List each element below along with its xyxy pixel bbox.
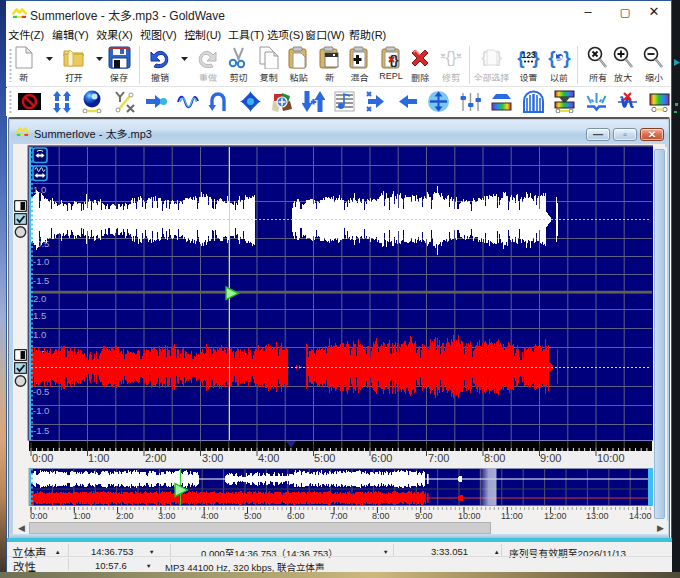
svg-text:13:00: 13:00 — [586, 511, 609, 521]
svg-text:3:00: 3:00 — [202, 452, 223, 464]
svg-text:1.0: 1.0 — [33, 329, 46, 340]
svg-text:10:00: 10:00 — [597, 452, 625, 464]
svg-text:7:00: 7:00 — [428, 452, 449, 464]
svg-text:2:00: 2:00 — [145, 452, 166, 464]
svg-text:11:00: 11:00 — [501, 511, 523, 521]
svg-text:8:00: 8:00 — [484, 452, 505, 464]
svg-text:1:00: 1:00 — [88, 452, 109, 464]
svg-text:1.5: 1.5 — [33, 310, 46, 321]
svg-text:0:00: 0:00 — [32, 452, 53, 464]
svg-text:1:00: 1:00 — [73, 511, 91, 521]
svg-text:5:00: 5:00 — [244, 511, 262, 521]
svg-text:2.0: 2.0 — [33, 293, 46, 304]
svg-text:-1.5: -1.5 — [33, 275, 49, 286]
svg-text:6:00: 6:00 — [287, 511, 305, 521]
svg-text:9:00: 9:00 — [415, 511, 433, 521]
svg-text:14:00: 14:00 — [629, 511, 652, 521]
svg-text:-1.0: -1.0 — [33, 256, 49, 267]
svg-text:2:00: 2:00 — [116, 511, 134, 521]
svg-text:3:00: 3:00 — [158, 511, 176, 521]
svg-text:6:00: 6:00 — [371, 452, 392, 464]
svg-text:7:00: 7:00 — [330, 511, 348, 521]
svg-text:-0.5: -0.5 — [33, 386, 49, 397]
svg-text:-1.5: -1.5 — [33, 425, 49, 436]
svg-text:5:00: 5:00 — [314, 452, 335, 464]
svg-text:4:00: 4:00 — [201, 511, 219, 521]
svg-text:10:00: 10:00 — [458, 511, 481, 521]
svg-text:4:00: 4:00 — [258, 452, 279, 464]
svg-text:9:00: 9:00 — [540, 452, 561, 464]
svg-text:0:00: 0:00 — [30, 511, 48, 521]
svg-text:12:00: 12:00 — [544, 511, 567, 521]
svg-text:-1.0: -1.0 — [33, 405, 49, 416]
svg-text:8:00: 8:00 — [372, 511, 390, 521]
